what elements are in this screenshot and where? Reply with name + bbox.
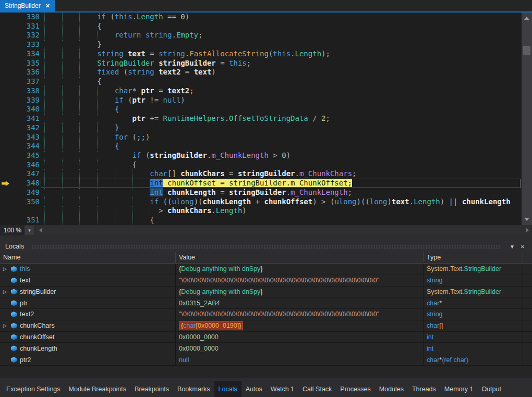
code-line[interactable]: 351{ — [0, 216, 522, 225]
scroll-right-icon[interactable] — [526, 228, 529, 232]
code-line[interactable]: 335StringBuilder stringBuilder = this; — [0, 59, 522, 68]
code-line[interactable]: 332return string.Empty; — [0, 31, 522, 40]
code-line[interactable]: 330if (this.Length == 0) — [0, 13, 522, 22]
glyph-margin[interactable] — [0, 96, 11, 105]
code-line-text[interactable]: { — [40, 105, 522, 114]
code-line[interactable]: 348int chunkOffset = stringBuilder.m_Chu… — [0, 179, 522, 188]
code-line-text[interactable]: if ((ulong)(chunkLength + chunkOffset) >… — [40, 197, 522, 207]
code-line[interactable]: 347char[] chunkChars = stringBuilder.m_C… — [0, 169, 522, 179]
expander-icon[interactable]: ▷ — [3, 266, 11, 271]
code-line[interactable]: 344{ — [0, 142, 522, 151]
panel-menu-icon[interactable]: ▼ — [507, 244, 517, 250]
panel-close-icon[interactable]: ✕ — [517, 244, 528, 250]
column-header-value[interactable]: Value — [176, 252, 424, 263]
glyph-margin[interactable] — [0, 216, 11, 225]
tool-tab-autos[interactable]: Autos — [241, 381, 267, 397]
code-line-text[interactable]: { — [40, 22, 522, 31]
locals-row[interactable]: ▷stringBuilder{Debug anything with dnSpy… — [0, 287, 532, 298]
expander-icon[interactable]: ▷ — [3, 323, 11, 328]
tool-tab-bookmarks[interactable]: Bookmarks — [173, 381, 214, 397]
code-line[interactable]: 340{ — [0, 105, 522, 114]
glyph-margin[interactable] — [0, 188, 11, 197]
code-line[interactable]: 333} — [0, 40, 522, 49]
tool-tab-call-stack[interactable]: Call Stack — [298, 381, 336, 397]
code-line-text[interactable]: { — [40, 142, 522, 151]
code-line[interactable]: 341ptr += RuntimeHelpers.OffsetToStringD… — [0, 114, 522, 123]
glyph-margin[interactable] — [0, 40, 11, 49]
locals-value-cell[interactable]: {Debug anything with dnSpy } — [176, 287, 424, 297]
tool-tab-module-breakpoints[interactable]: Module Breakpoints — [65, 381, 130, 397]
glyph-margin[interactable] — [0, 133, 11, 142]
code-line[interactable]: 331{ — [0, 22, 522, 31]
tool-tab-modules[interactable]: Modules — [375, 381, 408, 397]
code-line-text[interactable]: fixed (string text2 = text) — [40, 68, 522, 77]
code-line-text[interactable]: char* ptr = text2; — [40, 86, 522, 96]
code-line-text[interactable]: if (this.Length == 0) — [40, 13, 522, 22]
locals-row[interactable]: ptr2nullchar* (ref char) — [0, 354, 532, 366]
editor-horizontal-scrollbar[interactable] — [37, 226, 531, 234]
code-line-text[interactable]: > chunkChars.Length) — [40, 206, 522, 216]
code-line-text[interactable]: { — [40, 160, 522, 170]
code-line[interactable]: > chunkChars.Length) — [0, 206, 522, 216]
locals-value-cell[interactable]: 0x0000_0000 — [176, 343, 424, 354]
tool-tab-output[interactable]: Output — [477, 381, 505, 397]
glyph-margin[interactable] — [0, 151, 11, 160]
glyph-margin[interactable] — [0, 86, 11, 96]
code-line-text[interactable]: StringBuilder stringBuilder = this; — [40, 59, 522, 68]
glyph-margin[interactable] — [0, 59, 11, 68]
tool-tab-watch-1[interactable]: Watch 1 — [267, 381, 298, 397]
locals-row[interactable]: text"\0\0\0\0\0\0\0\0\0\0\0\0\0\0\0\0\0\… — [0, 275, 532, 287]
locals-value-cell[interactable]: {Debug anything with dnSpy } — [176, 264, 424, 275]
glyph-margin[interactable] — [0, 49, 11, 59]
tool-tab-breakpoints[interactable]: Breakpoints — [130, 381, 173, 397]
code-line[interactable]: 346{ — [0, 160, 522, 170]
zoom-dropdown-icon[interactable]: ▾ — [25, 226, 34, 235]
code-line[interactable]: 336fixed (string text2 = text) — [0, 68, 522, 77]
locals-row[interactable]: chunkOffset0x0000_0000int — [0, 332, 532, 343]
code-line-text[interactable]: for (;;) — [40, 133, 522, 142]
code-line-text[interactable]: } — [40, 40, 522, 49]
locals-row[interactable]: ▷chunkChars{char[0x0000_0190]}char[] — [0, 320, 532, 332]
code-line-text[interactable]: { — [40, 216, 522, 225]
glyph-margin[interactable] — [0, 179, 11, 188]
tool-tab-memory-1[interactable]: Memory 1 — [440, 381, 478, 397]
code-line[interactable]: 345if (stringBuilder.m_ChunkLength > 0) — [0, 151, 522, 160]
code-line[interactable]: 337{ — [0, 77, 522, 86]
column-header-name[interactable]: Name — [0, 252, 176, 263]
code-line[interactable]: 343for (;;) — [0, 133, 522, 142]
tool-tab-threads[interactable]: Threads — [408, 381, 440, 397]
locals-value-cell[interactable]: 0x0315_2AB4 — [176, 297, 424, 308]
glyph-margin[interactable] — [0, 105, 11, 114]
glyph-margin[interactable] — [0, 22, 11, 31]
code-line[interactable]: 334string text = string.FastAllocateStri… — [0, 49, 522, 59]
locals-value-cell[interactable]: 0x0000_0000 — [176, 332, 424, 343]
code-line-text[interactable]: } — [40, 123, 522, 133]
locals-row[interactable]: text2"\0\0\0\0\0\0\0\0\0\0\0\0\0\0\0\0\0… — [0, 309, 532, 320]
tool-tab-processes[interactable]: Processes — [336, 381, 374, 397]
code-line[interactable]: 350if ((ulong)(chunkLength + chunkOffset… — [0, 197, 522, 207]
code-line-text[interactable]: string text = string.FastAllocateString(… — [40, 49, 522, 59]
code-line-text[interactable]: int chunkOffset = stringBuilder.m_ChunkO… — [40, 179, 522, 188]
tool-tab-locals[interactable]: Locals — [214, 381, 241, 397]
locals-row[interactable]: ▷this{Debug anything with dnSpy }System.… — [0, 264, 532, 275]
tab-stringbuilder[interactable]: StringBuilder ✕ — [0, 0, 55, 11]
code-line[interactable]: 342} — [0, 123, 522, 133]
code-line-text[interactable]: return string.Empty; — [40, 31, 522, 40]
vertical-scrollbar-thumb[interactable] — [523, 46, 530, 55]
locals-row[interactable]: chunkLength0x0000_0000int — [0, 343, 532, 354]
glyph-margin[interactable] — [0, 197, 11, 207]
tool-tab-exception-settings[interactable]: Exception Settings — [2, 381, 65, 397]
zoom-level-select[interactable]: 100 % — [0, 225, 24, 235]
scroll-down-icon[interactable] — [524, 218, 529, 221]
glyph-margin[interactable] — [0, 68, 11, 77]
code-line-text[interactable]: if (ptr != null) — [40, 96, 522, 105]
glyph-margin[interactable] — [0, 160, 11, 170]
glyph-margin[interactable] — [0, 114, 11, 123]
glyph-margin[interactable] — [0, 169, 11, 179]
locals-panel-title-bar[interactable]: Locals ▼ ✕ — [0, 241, 532, 252]
locals-value-cell[interactable]: {char[0x0000_0190]} — [176, 320, 424, 331]
glyph-margin[interactable] — [0, 13, 11, 22]
locals-value-cell[interactable]: "\0\0\0\0\0\0\0\0\0\0\0\0\0\0\0\0\0\0\0\… — [176, 275, 424, 286]
locals-value-cell[interactable]: "\0\0\0\0\0\0\0\0\0\0\0\0\0\0\0\0\0\0\0\… — [176, 309, 424, 320]
code-line-text[interactable]: ptr += RuntimeHelpers.OffsetToStringData… — [40, 114, 522, 123]
